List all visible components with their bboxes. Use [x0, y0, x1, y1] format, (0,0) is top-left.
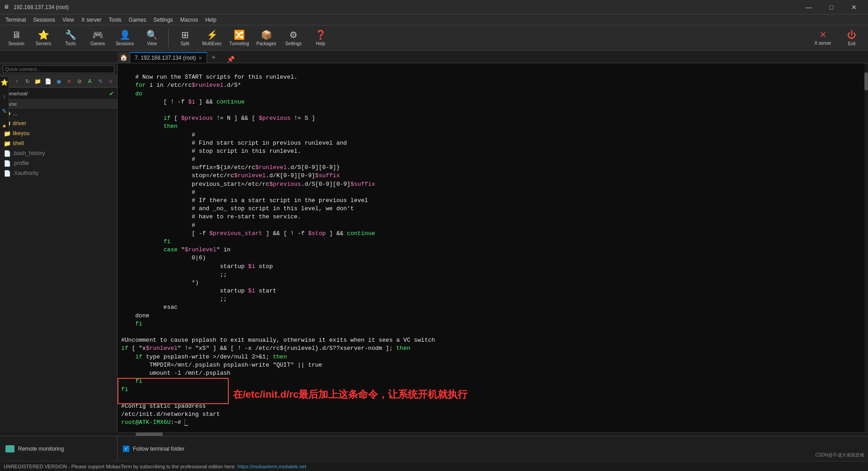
sidebar-refresh-btn[interactable]: ↻ — [23, 76, 32, 86]
home-tab[interactable]: 🏠 — [118, 52, 130, 63]
menu-terminal[interactable]: Terminal — [2, 16, 29, 24]
multiexec-button[interactable]: ⚡ MultiExec — [199, 27, 225, 49]
maximize-button[interactable]: □ — [821, 0, 842, 14]
tree-item-label: ... — [13, 110, 17, 117]
menu-xserver[interactable]: X server — [78, 16, 105, 24]
folder-icon: 📁 — [4, 140, 11, 147]
active-tab[interactable]: 7. 192.168.137.134 (root) ✕ — [130, 52, 207, 63]
vertical-scrollbar[interactable] — [864, 63, 868, 432]
toolbar-sep1 — [168, 29, 169, 47]
tree-item-shell[interactable]: 📁 shell — [0, 138, 117, 148]
file-tree: 📂 ... 📁 driver 📁 likeyou 📁 shell 📄 .bash… — [0, 108, 117, 432]
session-label: Session — [8, 41, 24, 46]
tree-item-label: .bash_history — [13, 150, 45, 156]
sidebar-edit2-icon[interactable]: ✎ — [2, 108, 7, 115]
tree-item-profile[interactable]: 📄 .profile — [0, 158, 117, 168]
path-input[interactable] — [3, 91, 107, 96]
follow-folder-checkbox[interactable]: ✓ — [123, 446, 129, 452]
follow-folder-area[interactable]: ✓ Follow terminal folder — [118, 446, 235, 452]
tree-item-label: .Xauthority — [13, 170, 38, 176]
pin-icon[interactable]: 📌 — [227, 56, 235, 63]
settings-button[interactable]: ⚙ Settings — [281, 27, 306, 49]
bottom-panel: Remote monitoring ✓ Follow terminal fold… — [0, 436, 868, 461]
session-icon: 🖥 — [12, 30, 21, 40]
servers-button[interactable]: ⭐ Servers — [31, 27, 56, 49]
xserver-icon: ✕ — [820, 30, 826, 40]
multiexec-label: MultiExec — [202, 41, 222, 46]
sessions-label: Sessions — [116, 41, 134, 46]
close-button[interactable]: ✕ — [844, 0, 864, 14]
tab-label: 7. 192.168.137.134 (root) — [135, 55, 196, 61]
packages-icon: 📦 — [261, 29, 272, 40]
sidebar-new-folder-btn[interactable]: 📁 — [33, 76, 42, 86]
session-button[interactable]: 🖥 Session — [4, 27, 29, 49]
sidebar-blue-btn[interactable]: ◉ — [54, 76, 63, 86]
status-link[interactable]: https://mobaxterm.mobatek.net — [238, 464, 307, 469]
new-tab-button[interactable]: + — [207, 52, 220, 63]
tunneling-button[interactable]: 🔀 Tunneling — [226, 27, 252, 49]
xserver-label: X server — [814, 41, 831, 46]
games-button[interactable]: 🎮 Games — [85, 27, 110, 49]
view-icon: 🔍 — [146, 29, 158, 40]
minimize-button[interactable]: — — [798, 0, 819, 14]
settings-label: Settings — [285, 41, 302, 46]
tree-item-bash-history[interactable]: 📄 .bash_history — [0, 148, 117, 158]
path-ok-icon: ✔ — [109, 90, 114, 97]
sidebar-stripe-btn[interactable]: ≡ — [106, 76, 115, 86]
tree-item-label: .profile — [13, 160, 29, 166]
menu-games[interactable]: Games — [125, 16, 150, 24]
file-icon: 📄 — [4, 170, 11, 177]
menu-settings[interactable]: Settings — [150, 16, 176, 24]
sessions-button[interactable]: 👤 Sessions — [112, 27, 137, 49]
view-button[interactable]: 🔍 View — [139, 27, 165, 49]
app-icon: 🖥 — [4, 4, 11, 11]
horizontal-scrollbar[interactable] — [118, 432, 868, 436]
quick-connect-input[interactable] — [3, 65, 114, 73]
tunneling-icon: 🔀 — [234, 29, 245, 40]
toolbar: 🖥 Session ⭐ Servers 🔧 Tools 🎮 Games 👤 Se… — [0, 25, 868, 51]
menu-sessions[interactable]: Sessions — [29, 16, 59, 24]
sidebar-az-btn[interactable]: A — [85, 76, 94, 86]
packages-button[interactable]: 📦 Packages — [254, 27, 279, 49]
sidebar-delete-btn[interactable]: ✕ — [64, 76, 74, 86]
remote-monitoring-button[interactable]: Remote monitoring — [0, 436, 118, 461]
tree-item-label: shell — [13, 140, 24, 146]
tunneling-label: Tunneling — [229, 41, 249, 46]
tab-close-icon[interactable]: ✕ — [198, 56, 202, 61]
tree-item-driver[interactable]: 📁 driver — [0, 118, 117, 128]
exit-button[interactable]: ⏻ Exit — [839, 27, 864, 49]
sidebar-path-bar: ✔ — [0, 88, 117, 99]
sidebar-filter-btn[interactable]: ⊘ — [75, 76, 84, 86]
main-layout: 🏠 ↑ ↻ 📁 📄 ◉ ✕ ⊘ A ✎ ≡ ✔ Name 📂 ... — [0, 63, 868, 432]
scrollbar-thumb[interactable] — [864, 72, 868, 90]
tab-bar: 🏠 7. 192.168.137.134 (root) ✕ + 📌 — [0, 51, 868, 63]
tree-item-dotdot[interactable]: 📂 ... — [0, 108, 117, 118]
sessions-icon: 👤 — [119, 29, 131, 40]
exit-icon: ⏻ — [847, 30, 856, 40]
sidebar-edit-btn[interactable]: ✎ — [95, 76, 105, 86]
menu-view[interactable]: View — [59, 16, 78, 24]
menu-help[interactable]: Help — [202, 16, 220, 24]
menu-tools[interactable]: Tools — [105, 16, 125, 24]
menu-bar: Terminal Sessions View X server Tools Ga… — [0, 14, 868, 25]
terminal-area[interactable]: # Now run the START scripts for this run… — [118, 63, 868, 432]
help-button[interactable]: ❓ Help — [308, 27, 333, 49]
sidebar-new-file-btn[interactable]: 📄 — [43, 76, 53, 86]
sidebar-star-icon[interactable]: ⭐ — [0, 79, 8, 86]
view-label: View — [147, 41, 157, 46]
xserver-button[interactable]: ✕ X server — [808, 27, 837, 49]
sidebar-arrow-icon[interactable]: ↑ — [3, 93, 6, 100]
watermark: CSDN@不成大佬我是猪 — [816, 452, 865, 458]
follow-folder-label: Follow terminal folder — [133, 446, 184, 452]
sidebar-circle-icon[interactable]: ● — [2, 122, 6, 129]
tree-item-xauthority[interactable]: 📄 .Xauthority — [0, 168, 117, 178]
tree-item-likeyou[interactable]: 📁 likeyou — [0, 128, 117, 138]
tools-button[interactable]: 🔧 Tools — [58, 27, 83, 49]
window-controls: — □ ✕ — [798, 0, 864, 14]
sidebar-up-btn[interactable]: ↑ — [12, 76, 22, 86]
split-label: Split — [180, 41, 189, 46]
split-button[interactable]: ⊞ Split — [172, 27, 198, 49]
menu-macros[interactable]: Macros — [177, 16, 202, 24]
title-bar: 🖥 192.168.137.134 (root) — □ ✕ — [0, 0, 868, 14]
split-icon: ⊞ — [181, 29, 189, 40]
